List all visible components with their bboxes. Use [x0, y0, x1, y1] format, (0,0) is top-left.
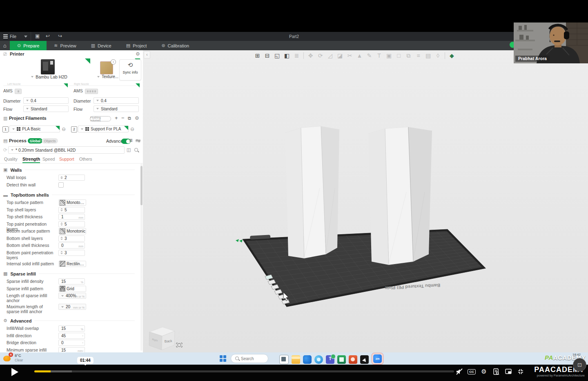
app-zoom-active[interactable]: zm [372, 353, 383, 365]
app-outlook[interactable] [303, 355, 312, 364]
setting-input[interactable]: 20mm or % [58, 304, 86, 310]
filament-2-select[interactable]: Support For PLA [78, 126, 129, 132]
filament-2-remove-icon[interactable]: ⊖ [130, 126, 134, 132]
search-icon [235, 356, 238, 361]
flow-left-select[interactable]: Standard [23, 105, 69, 112]
tab-speed[interactable]: Speed [42, 157, 55, 161]
mini-player-icon[interactable] [504, 367, 513, 376]
tab-quality[interactable]: Quality [4, 157, 18, 161]
reactions-button[interactable]: ⊡ [573, 358, 586, 372]
setting-input[interactable]: 0mm [58, 242, 85, 249]
preset-select[interactable]: * 0.20mm Standard @BBL H2D [8, 146, 125, 154]
reset-preset-icon[interactable]: ⟳ [3, 147, 7, 153]
tune-icon[interactable] [136, 139, 140, 143]
exit-fullscreen-icon[interactable] [516, 367, 525, 376]
ams-left-icon[interactable] [15, 89, 22, 94]
remove-filament-button[interactable]: − [121, 115, 125, 121]
tab-strength[interactable]: Strength [22, 157, 40, 163]
setting-input[interactable]: 0° [58, 340, 85, 346]
ams-right-icon[interactable] [85, 89, 98, 94]
tab-prepare[interactable]: ⊙Prepare [10, 41, 47, 50]
diameter-left-select[interactable]: 0.4 [23, 97, 69, 104]
plate-info-icon[interactable]: i [111, 59, 116, 65]
weather-widget[interactable]: 4 8°CClear [3, 353, 23, 362]
setting-row: Infill direction45° [0, 332, 139, 340]
setting-input[interactable]: 15% [58, 278, 85, 285]
setting-input[interactable]: 1mm [58, 214, 85, 220]
scene-canvas[interactable]: Bambu Textured PEI Plate [143, 50, 588, 352]
setting-input[interactable]: Monotoni... [58, 199, 86, 206]
sync-info-button[interactable]: ⟲ Sync info [119, 59, 141, 81]
search-input[interactable] [240, 356, 264, 361]
video-timeline[interactable]: 01:44 [34, 370, 454, 372]
setting-input[interactable]: Grid [58, 286, 86, 292]
navigation-cube[interactable]: Back Right [149, 327, 175, 350]
process-objects-pill[interactable]: Objects [42, 138, 58, 143]
flushing-volumes-button[interactable]: Flushing volumes [90, 116, 111, 121]
plate-select[interactable]: Texture... [95, 74, 118, 79]
webcam-overlay[interactable]: Prabhat Arora [514, 22, 588, 63]
setting-input[interactable]: 15% [58, 325, 85, 332]
3d-viewport[interactable]: ‹ ⊞⊟◱◧≣✥⟳◿◪✂▲✎T▣□⧉≡▤◊◆ Bambu Textured PE… [143, 50, 588, 352]
sidebar-scrollbar[interactable] [140, 164, 143, 351]
transcript-button[interactable] [492, 367, 501, 376]
group-header-sparse-infill[interactable]: ▩Sparse infill [3, 271, 139, 277]
setting-input[interactable]: 5 [58, 207, 85, 213]
setting-input[interactable]: 3 [58, 235, 85, 242]
flow-right-select[interactable]: Standard [94, 105, 139, 112]
tab-project[interactable]: ▤Project [119, 41, 154, 50]
printer-settings-gear-icon[interactable]: ⚙ [136, 51, 140, 57]
setting-row: Bottom surface patternMonotonic [0, 228, 139, 235]
taskbar-search[interactable] [231, 354, 268, 363]
copy-filament-icon[interactable]: ⧉ [128, 116, 131, 121]
setting-input[interactable]: Rectilinear [58, 261, 86, 267]
search-settings-icon[interactable] [134, 148, 139, 152]
tab-calibration[interactable]: ⊚Calibration [154, 41, 196, 50]
setting-input[interactable]: 3 [58, 250, 85, 256]
app-task-view[interactable] [279, 355, 289, 364]
filament-1-remove-icon[interactable]: ⊖ [62, 126, 66, 132]
setting-label: Infill/Wall overlap [7, 326, 56, 331]
filament-1-select[interactable]: PLA Basic [9, 126, 60, 132]
tab-support[interactable]: Support [59, 157, 74, 161]
setting-input[interactable]: 45° [58, 333, 85, 339]
app-skype[interactable] [314, 355, 323, 364]
process-icon: ▤ [3, 138, 7, 143]
process-global-pill[interactable]: Global [28, 138, 42, 143]
group-header-walls[interactable]: ▣Walls [3, 167, 139, 173]
add-filament-button[interactable]: + [115, 115, 118, 121]
tab-preview[interactable]: ≋Preview [47, 41, 83, 50]
app-photos[interactable] [360, 355, 369, 364]
tab-device[interactable]: ▥Device [84, 41, 119, 50]
save-preset-icon[interactable]: ◫ [127, 147, 131, 152]
setting-input[interactable]: Monotonic [58, 228, 86, 234]
group-header-top-bottom-shells[interactable]: ▬Top/bottom shells [3, 192, 139, 198]
play-button[interactable] [11, 368, 18, 376]
main-tabbar: ⌂ ⊙Prepare ≋Preview ▥Device ▤Project ⊚Ca… [0, 41, 588, 50]
setting-input[interactable]: 5 [58, 221, 85, 227]
diameter-right-select[interactable]: 0.4 [94, 97, 139, 104]
ams-left-label: AMS [3, 88, 13, 93]
list-view-icon[interactable]: ≣ [129, 138, 133, 143]
home-icon[interactable]: ⌂ [0, 41, 10, 50]
app-powerpoint[interactable] [349, 355, 357, 364]
reset-view-icon[interactable] [176, 343, 182, 347]
setting-input[interactable]: 400%mm or % [58, 293, 86, 299]
volume-muted-icon[interactable] [455, 367, 464, 376]
settings-gear-icon[interactable]: ⚙ [479, 367, 488, 376]
tab-others[interactable]: Others [79, 157, 92, 161]
setting-input[interactable]: 2 [58, 175, 85, 181]
start-button[interactable] [220, 355, 226, 362]
app-file-explorer[interactable] [292, 355, 300, 364]
group-header-advanced[interactable]: ⚙Advanced [3, 318, 139, 324]
setting-checkbox[interactable] [58, 182, 64, 188]
setting-input[interactable]: 15mm² [58, 347, 85, 353]
filament-settings-gear-icon[interactable]: ⚙ [135, 115, 139, 121]
setting-label: Maximum length of sparse infill anchor [7, 304, 56, 314]
model-right-tower[interactable] [368, 127, 432, 265]
printer-select[interactable]: Bambu Lab H2D [14, 74, 82, 79]
app-teams[interactable] [326, 355, 334, 364]
app-excel[interactable] [337, 355, 346, 364]
model-left-tower[interactable] [285, 126, 339, 258]
captions-button[interactable]: CC [467, 367, 476, 376]
